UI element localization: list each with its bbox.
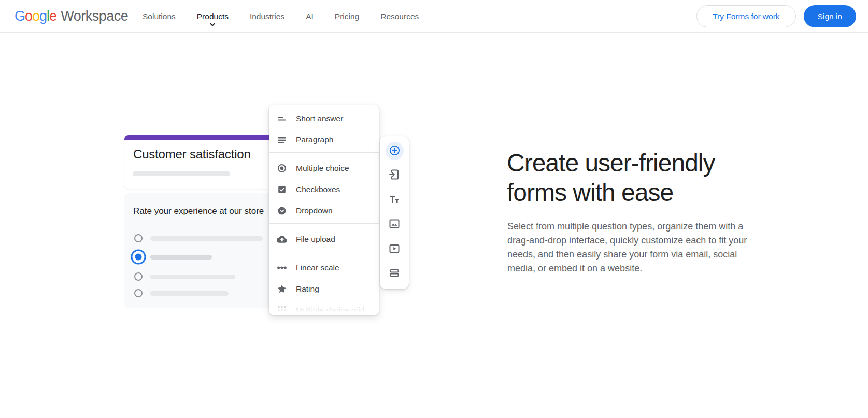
nav-item-resources[interactable]: Resources	[380, 12, 419, 21]
nav-item-solutions[interactable]: Solutions	[143, 12, 176, 21]
nav-item-industries[interactable]: Industries	[250, 12, 284, 21]
chevron-down-icon	[209, 23, 216, 27]
nav-item-products[interactable]: Products	[197, 12, 229, 21]
menu-divider	[269, 152, 379, 153]
menu-item-label: Linear scale	[296, 263, 339, 272]
file-upload-icon	[277, 234, 287, 244]
add-image-button[interactable]	[385, 215, 404, 234]
workspace-logo-text: Workspace	[61, 8, 128, 24]
add-video-button[interactable]	[385, 240, 404, 258]
menu-item-multiple-choice-grid: Multiple choice grid	[269, 299, 379, 315]
menu-item-label: Rating	[296, 284, 319, 294]
option-label-placeholder	[150, 236, 263, 241]
menu-item-checkboxes[interactable]: Checkboxes	[269, 179, 379, 200]
form-side-toolbar	[380, 136, 409, 289]
menu-item-dropdown[interactable]: Dropdown	[269, 200, 379, 221]
add-section-button[interactable]	[385, 265, 404, 283]
google-logo-text: Google	[15, 8, 56, 24]
add-circle-icon	[389, 145, 401, 158]
import-questions-button[interactable]	[385, 166, 404, 185]
try-forms-for-work-button[interactable]: Try Forms for work	[696, 5, 795, 27]
menu-item-label: Paragraph	[296, 135, 333, 145]
menu-divider	[269, 252, 379, 252]
menu-item-label: Multiple choice	[296, 164, 349, 173]
add-question-button[interactable]	[386, 142, 404, 160]
form-title: Customer satisfaction	[133, 147, 251, 162]
video-icon	[388, 242, 401, 256]
paragraph-icon	[277, 135, 287, 145]
image-icon	[388, 218, 401, 232]
nav-item-ai[interactable]: AI	[306, 12, 314, 21]
question-type-menu: Short answer Paragraph Multiple choice C…	[269, 105, 379, 315]
section-icon	[388, 267, 401, 281]
menu-item-linear-scale[interactable]: Linear scale	[269, 257, 379, 278]
menu-item-label: File upload	[296, 235, 335, 244]
dropdown-icon	[277, 206, 287, 216]
radio-unselected-icon[interactable]	[134, 289, 143, 297]
menu-item-short-answer[interactable]: Short answer	[269, 108, 379, 129]
menu-item-label: Multiple choice grid	[296, 306, 365, 315]
menu-item-label: Dropdown	[296, 206, 333, 215]
rating-star-icon	[277, 284, 287, 294]
radio-selected-icon[interactable]	[131, 250, 146, 265]
menu-item-rating[interactable]: Rating	[269, 278, 379, 299]
menu-item-paragraph[interactable]: Paragraph	[269, 129, 379, 150]
menu-divider	[269, 223, 379, 224]
menu-item-label: Checkboxes	[296, 185, 340, 194]
checkboxes-icon	[277, 184, 287, 195]
option-label-placeholder	[150, 291, 229, 296]
header-actions: Try Forms for work Sign in	[696, 5, 856, 27]
multiple-choice-grid-icon	[277, 305, 287, 315]
google-workspace-logo[interactable]: Google Workspace	[15, 0, 128, 33]
menu-item-label: Short answer	[296, 114, 343, 123]
hero-heading-line2: forms with ease	[507, 178, 715, 207]
nav-item-pricing[interactable]: Pricing	[335, 12, 359, 21]
radio-unselected-icon[interactable]	[134, 234, 143, 242]
form-description-placeholder	[133, 171, 230, 176]
page: Google Workspace Solutions Products Indu…	[0, 0, 868, 418]
nav-item-products-label: Products	[197, 12, 229, 21]
add-title-and-description-button[interactable]	[385, 191, 404, 209]
short-answer-icon	[277, 113, 287, 124]
question-text: Rate your experience at our store	[133, 206, 264, 217]
sign-in-button[interactable]: Sign in	[804, 5, 856, 27]
menu-item-file-upload[interactable]: File upload	[269, 228, 379, 250]
hero-body-text: Select from multiple question types, org…	[507, 220, 767, 276]
linear-scale-icon	[277, 263, 287, 273]
multiple-choice-icon	[277, 163, 287, 174]
menu-item-multiple-choice[interactable]: Multiple choice	[269, 157, 379, 179]
top-nav-bar: Google Workspace Solutions Products Indu…	[0, 0, 868, 33]
hero-heading-line1: Create user-friendly	[507, 148, 715, 178]
text-title-icon	[388, 193, 401, 207]
main-nav: Solutions Products Industries AI Pricing…	[143, 0, 419, 33]
option-label-placeholder	[150, 255, 212, 260]
import-questions-icon	[388, 168, 401, 182]
hero-heading: Create user-friendly forms with ease	[507, 148, 715, 207]
radio-unselected-icon[interactable]	[134, 272, 143, 281]
option-label-placeholder	[150, 275, 235, 279]
